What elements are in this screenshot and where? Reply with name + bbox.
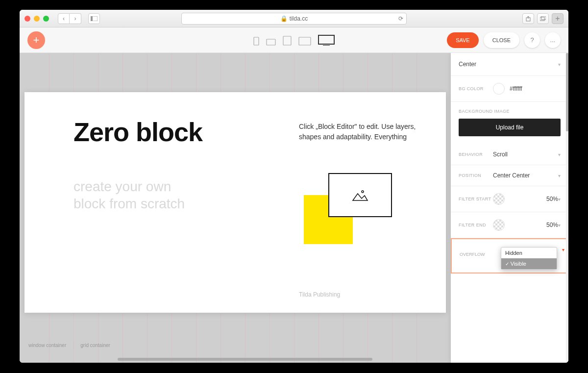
device-tablet-landscape-icon[interactable] [298,37,311,46]
device-mobile-icon[interactable] [253,37,259,46]
titlebar: ‹ › 🔒 tilda.cc ⟳ + [20,10,568,27]
horizontal-scrollbar[interactable] [118,358,372,361]
filter-end-swatch[interactable] [493,219,505,231]
upload-file-button[interactable]: Upload file [459,119,561,136]
sidebar-toggle-icon[interactable] [88,13,100,24]
dropdown-caret-icon: ▾ [562,247,564,252]
panel-scrollbar[interactable] [566,53,568,363]
behavior-row[interactable]: BEHAVIOR Scroll ▾ [451,144,568,165]
overflow-option-hidden[interactable]: Hidden [501,248,557,258]
behavior-value: Scroll [493,151,558,158]
svg-rect-7 [283,36,291,45]
description-text[interactable]: Click „Block Editor" to edit. Use layers… [299,122,436,142]
close-window-icon[interactable] [24,16,30,22]
color-swatch[interactable] [493,83,505,95]
add-block-button[interactable]: + [27,31,45,49]
svg-rect-5 [254,37,259,45]
position-label: POSITION [459,173,493,178]
bgimage-section-label: BACKGROUND IMAGE [451,102,568,119]
tabs-icon[interactable] [537,13,549,24]
scrollbar-thumb[interactable] [566,53,568,131]
svg-rect-4 [541,16,546,20]
align-value: Center [459,61,558,68]
align-row[interactable]: Center ▾ [451,53,568,76]
grid-container-label[interactable]: grid container [80,343,117,348]
bgcolor-row[interactable]: BG COLOR #ffffff [451,76,568,102]
back-button[interactable]: ‹ [58,13,70,24]
container-labels: window container grid container [28,343,117,348]
chevron-down-icon: ▾ [558,223,561,228]
zero-block[interactable]: Zero block create your own block from sc… [24,92,446,313]
filter-start-value: 50% [510,196,558,202]
nav-arrows: ‹ › [58,13,81,24]
bgcolor-value: #ffffff [510,85,561,92]
svg-rect-6 [267,39,275,45]
new-tab-button[interactable]: + [552,13,564,24]
chevron-down-icon: ▾ [558,173,561,178]
device-mobile-landscape-icon[interactable] [266,39,276,46]
overflow-dropdown[interactable]: Hidden Visible [501,247,557,270]
hero-subtitle[interactable]: create your own block from scratch [74,178,185,212]
hero-title[interactable]: Zero block [74,117,202,147]
overflow-row[interactable]: OVERFLOW Hidden Visible ▾ [451,238,568,274]
browser-window: ‹ › 🔒 tilda.cc ⟳ + + SAVE [20,10,568,363]
lock-icon: 🔒 [280,15,288,22]
url-bar[interactable]: 🔒 tilda.cc ⟳ [181,13,407,25]
filter-end-row[interactable]: FILTER END 50% ▾ [451,212,568,238]
footer-caption[interactable]: Tilda Publishing [299,291,340,298]
traffic-lights [24,16,49,22]
position-value: Center Center [493,172,558,179]
url-text: tilda.cc [290,15,308,22]
device-desktop-icon[interactable] [318,35,335,46]
help-button[interactable]: ? [524,32,540,48]
chevron-down-icon: ▾ [558,62,561,67]
app-toolbar: + SAVE CLOSE ? ... [20,27,568,53]
close-button[interactable]: CLOSE [484,32,519,48]
svg-rect-8 [299,37,311,45]
filter-start-label: FILTER START [459,197,493,201]
svg-rect-1 [91,16,93,21]
save-button[interactable]: SAVE [447,32,479,48]
share-icon[interactable] [522,13,534,24]
chevron-down-icon: ▾ [558,152,561,157]
position-row[interactable]: POSITION Center Center ▾ [451,165,568,186]
svg-point-11 [362,191,364,193]
forward-button[interactable]: › [70,13,81,24]
filter-start-row[interactable]: FILTER START 50% ▾ [451,186,568,212]
bgcolor-label: BG COLOR [459,86,493,91]
svg-rect-3 [540,17,544,21]
reload-icon[interactable]: ⟳ [398,15,403,22]
canvas[interactable]: Zero block create your own block from sc… [20,53,568,363]
device-tablet-icon[interactable] [283,36,292,46]
image-icon [352,189,368,201]
overflow-option-visible[interactable]: Visible [501,258,557,269]
filter-start-swatch[interactable] [493,193,505,205]
more-button[interactable]: ... [545,32,561,48]
minimize-window-icon[interactable] [34,16,40,22]
chevron-down-icon: ▾ [558,197,561,202]
overflow-label: OVERFLOW [460,252,485,257]
device-switcher [253,35,335,46]
properties-panel: Center ▾ BG COLOR #ffffff BACKGROUND IMA… [451,53,568,363]
filter-end-label: FILTER END [459,223,493,227]
image-placeholder[interactable] [328,173,392,217]
behavior-label: BEHAVIOR [459,152,493,157]
maximize-window-icon[interactable] [43,16,49,22]
filter-end-value: 50% [510,222,558,228]
svg-rect-9 [318,35,334,44]
window-container-label[interactable]: window container [28,343,74,348]
